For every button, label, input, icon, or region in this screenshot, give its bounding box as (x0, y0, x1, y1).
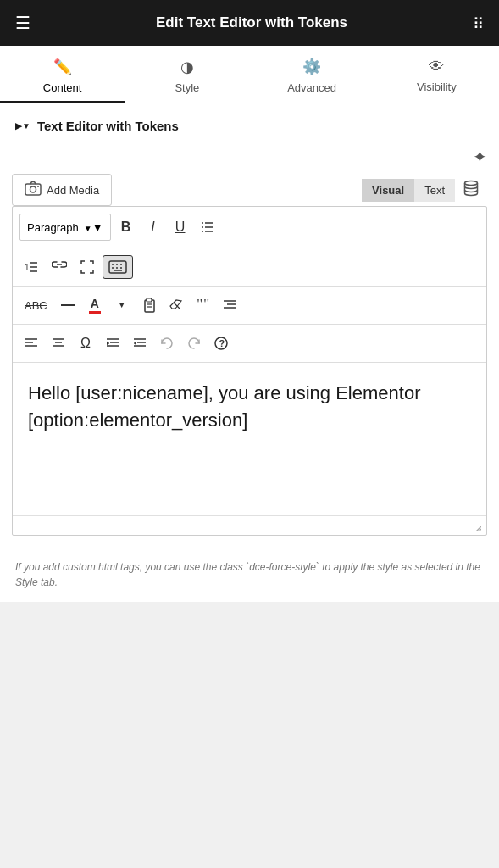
section-title: Text Editor with Tokens (37, 119, 179, 133)
svg-rect-25 (147, 298, 152, 302)
toolbar-row-1-items: Paragraph ▼ B I U (19, 212, 480, 242)
omega-button[interactable]: Ω (74, 331, 97, 355)
tab-content[interactable]: ✏️ Content (0, 46, 125, 103)
svg-point-2 (37, 186, 39, 187)
toolbar-row-4-items: Ω (19, 330, 480, 357)
keyboard-button[interactable] (103, 255, 133, 279)
italic-button[interactable]: I (141, 215, 165, 239)
undo-button[interactable] (155, 331, 179, 355)
tab-advanced-label: Advanced (287, 81, 336, 94)
editor-container: ✦ Add Media Visual Text (0, 143, 499, 548)
tab-advanced[interactable]: ⚙️ Advanced (250, 46, 374, 103)
svg-rect-0 (25, 184, 41, 195)
circle-half-icon: ◑ (180, 58, 194, 76)
editor-top-bar: Add Media Visual Text (12, 174, 487, 206)
camera-icon (25, 181, 42, 199)
toolbar-row-3-items: ABC A ▼ (19, 292, 480, 319)
svg-point-3 (465, 181, 478, 185)
strikethrough-button[interactable]: ABC (19, 293, 53, 317)
database-icon-button[interactable] (455, 175, 487, 206)
resize-handle[interactable] (13, 515, 486, 535)
add-media-button[interactable]: Add Media (12, 174, 112, 206)
toolbar-row-2-items: 1. (19, 253, 480, 281)
font-color-button[interactable]: A (83, 293, 107, 317)
paragraph-label: Paragraph (27, 221, 79, 234)
svg-rect-15 (109, 261, 126, 273)
redo-button[interactable] (182, 331, 206, 355)
tab-style[interactable]: ◑ Style (125, 46, 249, 103)
help-button[interactable]: ? (209, 331, 233, 355)
view-toggle: Visual Text (362, 175, 487, 206)
tabs-bar: ✏️ Content ◑ Style ⚙️ Advanced 👁 Visibil… (0, 46, 499, 103)
hamburger-icon[interactable] (15, 13, 30, 33)
grid-icon[interactable] (473, 14, 484, 33)
text-view-button[interactable]: Text (414, 179, 455, 202)
svg-text:": " (203, 299, 209, 311)
header: Edit Text Editor with Tokens (0, 0, 499, 46)
underline-button[interactable]: U (169, 215, 192, 239)
ordered-list-button[interactable]: 1. (19, 255, 43, 279)
fullscreen-button[interactable] (75, 255, 99, 279)
section-collapse-icon: ▼ (15, 121, 30, 131)
horizontal-rule-button[interactable] (56, 293, 80, 317)
tab-visibility[interactable]: 👁 Visibility (374, 46, 499, 103)
editor-content: Hello [user:nicename], you are using Ele… (28, 382, 420, 431)
list-button[interactable] (196, 215, 219, 239)
sparkle-row: ✦ (12, 143, 487, 174)
svg-point-1 (30, 186, 36, 192)
tab-content-label: Content (43, 81, 82, 94)
align-right-button[interactable] (219, 293, 242, 317)
rich-text-editor: Paragraph ▼ B I U (12, 206, 487, 536)
align-left-button[interactable] (19, 331, 43, 355)
eraser-button[interactable] (164, 293, 188, 317)
toolbar-row-4: Ω (13, 325, 486, 363)
tab-visibility-label: Visibility (417, 81, 457, 93)
gear-icon: ⚙️ (302, 58, 321, 76)
page-title: Edit Text Editor with Tokens (156, 14, 347, 31)
paragraph-format-select[interactable]: Paragraph ▼ (19, 214, 111, 241)
link-button[interactable] (47, 255, 72, 279)
content-panel: ▼ Text Editor with Tokens ✦ Add Media (0, 103, 499, 602)
tab-style-label: Style (175, 81, 199, 94)
svg-text:?: ? (219, 338, 225, 348)
align-center-button[interactable] (47, 331, 70, 355)
bold-button[interactable]: B (114, 215, 138, 239)
add-media-label: Add Media (47, 184, 99, 197)
dropdown-arrow-icon: ▼ (84, 221, 103, 234)
paste-text-button[interactable] (137, 293, 161, 317)
indent-button[interactable] (101, 331, 125, 355)
editor-body[interactable]: Hello [user:nicename], you are using Ele… (13, 363, 486, 515)
svg-text:": " (197, 299, 202, 311)
toolbar-row-2: 1. (13, 248, 486, 287)
pencil-icon: ✏️ (53, 58, 72, 76)
section-header[interactable]: ▼ Text Editor with Tokens (0, 103, 499, 143)
visual-view-button[interactable]: Visual (362, 179, 414, 202)
toolbar-row-3: ABC A ▼ (13, 287, 486, 325)
sparkle-icon[interactable]: ✦ (473, 147, 487, 167)
outdent-button[interactable] (128, 331, 152, 355)
blockquote-button[interactable]: " " (191, 293, 215, 317)
color-dropdown-button[interactable]: ▼ (110, 293, 134, 317)
eye-icon: 👁 (429, 58, 444, 75)
toolbar-row-1: Paragraph ▼ B I U (13, 207, 486, 248)
footer-note: If you add custom html tags, you can use… (0, 548, 499, 602)
